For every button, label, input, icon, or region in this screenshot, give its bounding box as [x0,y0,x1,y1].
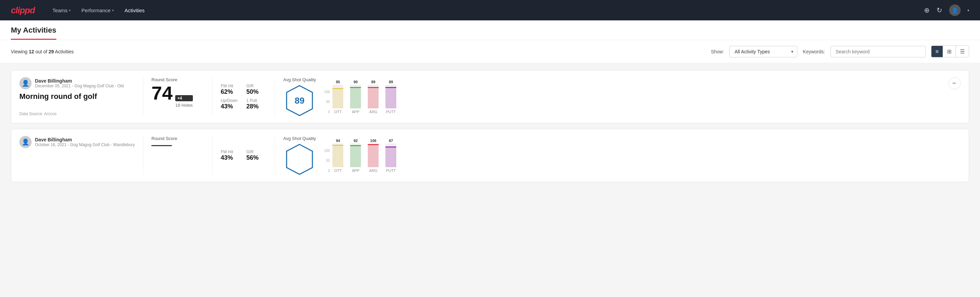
round-score-label: Round Score [151,77,204,82]
bar-label: OTT [334,169,342,172]
bar-chart: 85 OTT 90 APP 89 ARG [332,80,396,114]
gir-stat: GIR 56% [247,150,267,161]
hexagon: 89 [286,85,313,116]
bar-top-line [368,144,379,145]
keywords-label: Keywords: [803,49,825,54]
bar-col: 87 PUTT [385,139,396,172]
bar-value: 87 [389,139,393,143]
chart-y-axis: 100 50 0 [324,149,331,172]
bar-wrapper [332,144,343,167]
round-score-label: Round Score [151,136,204,141]
bar-chart-container: 100 50 0 85 OTT 90 APP [324,80,940,114]
hexagon-score: 89 [295,96,305,106]
view-toggles: ≡ ⊞ ☰ [931,46,969,57]
nav-activities[interactable]: Activities [123,5,146,16]
activity-type-select[interactable]: All Activity Types Round Practice [729,46,797,57]
edit-button[interactable]: ✏ [948,77,961,89]
quality-label: Avg Shot Quality [283,77,316,82]
view-compact-button[interactable]: ☰ [956,46,969,57]
round-title: Morning round of golf [19,92,135,101]
bar-label: ARG [369,110,377,114]
grid-icon: ⊞ [947,49,951,54]
avatar-person-icon: 👤 [22,80,29,87]
nav-teams[interactable]: Teams ▾ [51,5,72,16]
bar-label: ARG [369,169,377,172]
user-row: 👤 Dave Billingham December 05, 2021 - Go… [19,77,135,89]
avatar-icon: 👤 [951,7,958,14]
activity-card: 👤 Dave Billingham December 05, 2021 - Go… [11,70,969,123]
score-badge: +4 [175,95,192,101]
compact-icon: ☰ [960,49,965,54]
score-section: Round Score 74 +4 18 Holes [143,77,204,116]
bar-label: APP [352,110,359,114]
hexagon-container: Avg Shot Quality [283,136,316,175]
list-icon: ≡ [935,49,939,54]
view-list-button[interactable]: ≡ [931,46,943,57]
view-grid-button[interactable]: ⊞ [943,46,956,57]
score-value: 74 [151,84,172,103]
fw-hit-value: 43% [221,154,241,161]
hexagon [286,144,313,175]
bar-value: 89 [389,80,393,84]
oneputt-value: 28% [247,103,267,110]
bar-fill [350,145,361,167]
bar-wrapper [385,144,396,167]
refresh-icon[interactable]: ↻ [937,6,942,14]
bar-col: 85 OTT [332,80,343,114]
fw-hit-stat: FW Hit 62% [221,84,241,96]
bar-wrapper [368,85,379,109]
bar-fill [368,87,379,108]
activity-card: 👤 Dave Billingham October 16, 2021 - Gog… [11,129,969,182]
nav-performance[interactable]: Performance ▾ [80,5,115,16]
viewing-count: 12 [29,49,34,54]
performance-chevron-icon: ▾ [112,8,114,12]
quality-label: Avg Shot Quality [283,136,316,141]
oneputt-stat: 1 Putt 28% [247,98,267,110]
bar-fill [385,87,396,108]
bar-wrapper [368,144,379,167]
bar-fill [385,147,396,167]
keyword-input[interactable] [830,46,926,57]
navbar: clippd Teams ▾ Performance ▾ Activities … [0,0,980,21]
bar-value: 106 [370,139,376,143]
bar-top-line [368,87,379,88]
bar-value: 90 [353,80,358,84]
logo: clippd [11,5,35,16]
card-left: 👤 Dave Billingham October 16, 2021 - Gog… [19,136,135,175]
updown-value: 43% [221,103,241,110]
bar-wrapper [332,85,343,109]
bar-value: 85 [336,80,340,84]
bar-value: 92 [353,139,358,143]
bar-col: 106 ARG [368,139,379,172]
avatar: 👤 [19,136,32,148]
bar-fill [332,88,343,109]
chart-y-axis: 100 50 0 [324,90,331,114]
fw-hit-stat: FW Hit 43% [221,150,241,161]
user-row: 👤 Dave Billingham October 16, 2021 - Gog… [19,136,135,148]
user-info: Dave Billingham October 16, 2021 - Gog M… [35,137,135,147]
bar-fill [332,145,343,167]
bar-col: 89 ARG [368,80,379,114]
bar-label: APP [352,169,359,172]
bar-value: 89 [371,80,375,84]
fw-hit-value: 62% [221,88,241,96]
quality-section: Avg Shot Quality 100 50 0 9 [275,136,961,175]
user-name: Dave Billingham [35,137,135,142]
bar-wrapper [385,85,396,109]
page-header: My Activities [0,21,980,40]
bar-chart-container: 100 50 0 94 OTT 92 APP [324,139,961,172]
updown-label: Up/Down [221,98,241,103]
add-circle-icon[interactable]: ⊕ [924,6,930,14]
teams-chevron-icon: ▾ [69,8,71,12]
gir-label: GIR [247,150,267,154]
bar-label: OTT [334,110,342,114]
user-avatar[interactable]: 👤 [949,5,961,16]
user-name: Dave Billingham [35,78,124,84]
bar-chart: 94 OTT 92 APP 106 ARG [332,139,396,172]
gir-value: 56% [247,154,267,161]
gir-label: GIR [247,84,267,88]
bar-top-line [385,147,396,147]
holes-text: 18 Holes [175,103,192,108]
viewing-text: Viewing 12 out of 29 Activities [11,49,705,54]
bar-top-line [385,87,396,88]
